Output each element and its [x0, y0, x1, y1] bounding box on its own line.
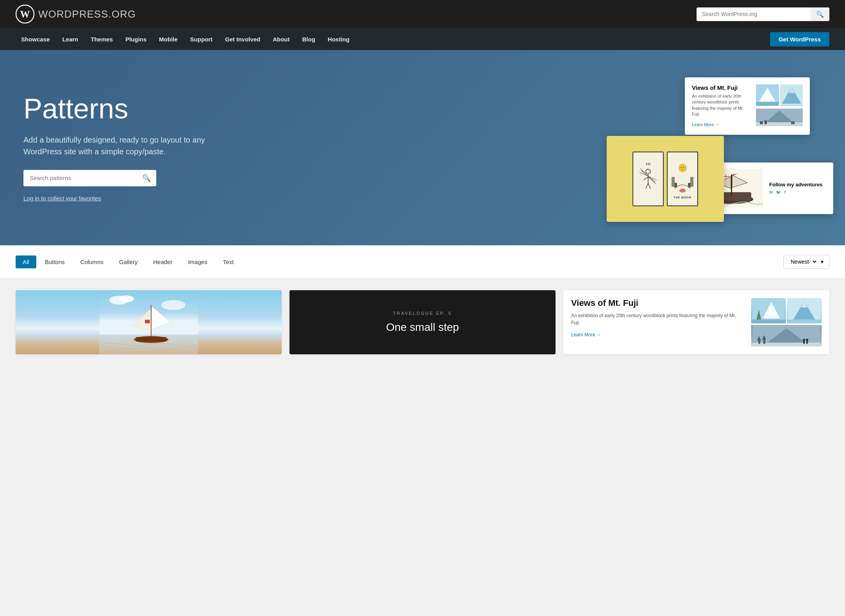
svg-point-39: [683, 166, 684, 168]
svg-rect-15: [791, 121, 795, 124]
logo-suffix-text: .org: [108, 8, 136, 20]
global-search-button[interactable]: 🔍: [811, 7, 829, 21]
tarot-card-1: VII: [632, 152, 664, 206]
svg-rect-65: [788, 320, 821, 323]
main-nav: Showcase Learn Themes Plugins Mobile Sup…: [0, 28, 845, 50]
filter-tab-images[interactable]: Images: [181, 255, 214, 268]
facebook-icon: f: [784, 190, 786, 195]
nav-item-learn[interactable]: Learn: [57, 33, 84, 46]
svg-rect-55: [136, 337, 166, 341]
svg-rect-75: [806, 341, 808, 344]
pattern-card-sailing[interactable]: [16, 290, 282, 354]
travelogue-episode: TRAVELOGUE EP. 5: [393, 311, 452, 316]
pattern-card-travelogue[interactable]: TRAVELOGUE EP. 5 One small step: [289, 290, 556, 354]
hero-tarot-card: VII: [607, 136, 724, 222]
email-icon: ✉: [769, 190, 773, 195]
social-icons: ✉ 🐦 f: [769, 190, 823, 195]
nav-item-support[interactable]: Support: [185, 33, 218, 46]
mountain-icon-2: [780, 84, 803, 106]
fuji-card-link[interactable]: Learn More →: [692, 122, 719, 127]
filter-tab-gallery[interactable]: Gallery: [112, 255, 145, 268]
nav-item-about[interactable]: About: [267, 33, 295, 46]
svg-text:VII: VII: [646, 162, 650, 166]
nav-item-hosting[interactable]: Hosting: [322, 33, 355, 46]
get-wordpress-button[interactable]: Get WordPress: [770, 32, 829, 46]
fuji-preview-img-2: [787, 298, 822, 323]
filter-tab-header[interactable]: Header: [146, 255, 179, 268]
nav-item-showcase[interactable]: Showcase: [16, 33, 55, 46]
global-search-input[interactable]: [697, 8, 811, 20]
svg-rect-14: [765, 120, 767, 124]
nav-item-mobile[interactable]: Mobile: [154, 33, 183, 46]
hero-search-bar[interactable]: 🔍: [23, 170, 156, 186]
mountain-icon-1: [756, 84, 779, 106]
fuji-preview-images: [751, 298, 822, 346]
hero-section: Patterns Add a beautifully designed, rea…: [0, 50, 845, 245]
fuji-preview-desc: An exhibition of early 20th century wood…: [571, 312, 745, 326]
fuji-preview-img-3: [751, 325, 822, 346]
tarot-label-moon: THE MOON: [673, 196, 691, 199]
hero-title: Patterns: [23, 93, 227, 124]
twitter-icon: 🐦: [776, 190, 781, 195]
login-link[interactable]: Log in to collect your favorites: [23, 195, 101, 202]
sailing-preview: [16, 290, 282, 354]
top-bar: W WordPress.org 🔍: [0, 0, 845, 28]
logo-wordmark: WordPress.org: [38, 8, 136, 20]
global-search-bar[interactable]: 🔍: [697, 7, 829, 21]
svg-rect-61: [752, 320, 785, 323]
nav-item-blog[interactable]: Blog: [297, 33, 320, 46]
sort-select-input[interactable]: Newest Oldest Popular: [789, 258, 818, 265]
fuji-preview-img-1: [751, 298, 786, 323]
fuji-preview-link[interactable]: Learn More →: [571, 332, 601, 337]
nav-item-get-involved[interactable]: Get Involved: [220, 33, 266, 46]
patterns-grid: TRAVELOGUE EP. 5 One small step Views of…: [0, 279, 845, 366]
mountain-wide-icon: [756, 109, 803, 126]
tarot-card-2: THE MOON: [667, 152, 698, 206]
filter-tab-text[interactable]: Text: [216, 255, 241, 268]
travelogue-title: One small step: [386, 321, 459, 334]
hero-description: Add a beautifully designed, ready to go …: [23, 134, 227, 157]
ship-card-title: Follow my adventures: [769, 182, 823, 187]
svg-point-38: [681, 166, 682, 168]
fuji-card-images: [756, 84, 803, 128]
tarot-moon-icon: [671, 159, 694, 195]
filter-bar: All Buttons Columns Gallery Header Image…: [0, 245, 845, 279]
svg-text:W: W: [20, 9, 30, 20]
filter-tab-all[interactable]: All: [16, 255, 36, 268]
fuji-card-text: Views of Mt. Fuji An exhibition of early…: [692, 84, 751, 128]
svg-rect-43: [672, 177, 675, 187]
svg-point-40: [679, 189, 686, 193]
svg-rect-53: [145, 320, 150, 323]
logo-area[interactable]: W WordPress.org: [16, 5, 136, 23]
fuji-card-desc: An exhibition of early 20th century wood…: [692, 93, 751, 118]
fuji-preview-mountain-wide: [751, 325, 822, 346]
hero-fuji-card: Views of Mt. Fuji An exhibition of early…: [685, 77, 810, 135]
fuji-preview-mountain-1: [751, 298, 786, 323]
filter-tab-columns[interactable]: Columns: [73, 255, 111, 268]
filter-tabs: All Buttons Columns Gallery Header Image…: [16, 255, 241, 268]
fuji-img-2: [780, 84, 803, 106]
pattern-card-fuji[interactable]: Views of Mt. Fuji An exhibition of early…: [563, 290, 829, 354]
wordpress-logo-icon: W: [16, 5, 34, 23]
svg-point-48: [119, 295, 134, 302]
hero-illustrations: Views of Mt. Fuji An exhibition of early…: [611, 73, 829, 222]
ship-card-text: Follow my adventures ✉ 🐦 f: [769, 182, 823, 195]
filter-tab-buttons[interactable]: Buttons: [38, 255, 72, 268]
tarot-figure-icon: VII: [636, 161, 660, 196]
sailing-boat-icon: [16, 290, 282, 354]
svg-rect-73: [803, 341, 805, 344]
pattern-search-button[interactable]: 🔍: [137, 170, 156, 186]
nav-item-themes[interactable]: Themes: [85, 33, 118, 46]
svg-rect-13: [760, 121, 763, 124]
svg-rect-6: [756, 102, 779, 106]
sort-dropdown[interactable]: Newest Oldest Popular ▾: [783, 255, 829, 269]
nav-item-plugins[interactable]: Plugins: [120, 33, 152, 46]
nav-links: Showcase Learn Themes Plugins Mobile Sup…: [16, 33, 355, 46]
fuji-preview: Views of Mt. Fuji An exhibition of early…: [563, 290, 829, 354]
svg-point-49: [161, 300, 186, 310]
fuji-content-left: Views of Mt. Fuji An exhibition of early…: [571, 298, 745, 338]
pattern-search-input[interactable]: [23, 170, 137, 186]
svg-rect-68: [752, 343, 820, 346]
svg-point-76: [806, 339, 808, 341]
fuji-preview-title: Views of Mt. Fuji: [571, 298, 745, 308]
